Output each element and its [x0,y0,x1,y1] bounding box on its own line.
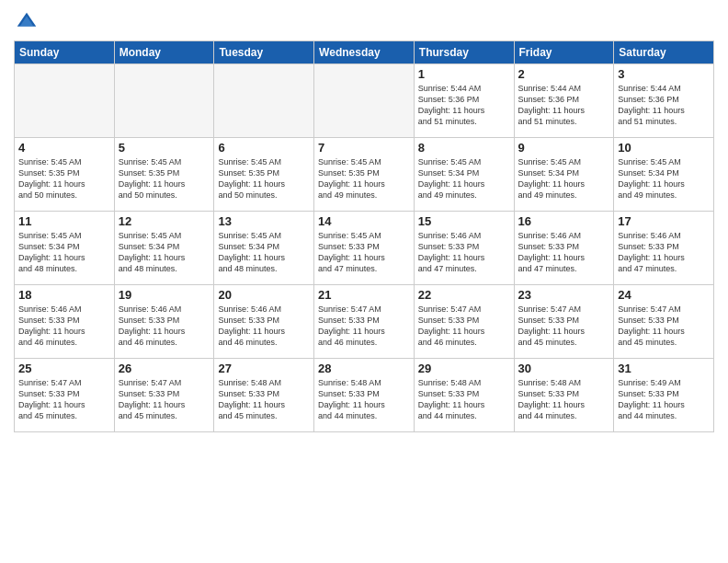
calendar-cell: 24Sunrise: 5:47 AM Sunset: 5:33 PM Dayli… [614,285,714,359]
day-number: 16 [518,214,610,228]
calendar-cell: 26Sunrise: 5:47 AM Sunset: 5:33 PM Dayli… [114,359,214,432]
calendar-cell: 28Sunrise: 5:48 AM Sunset: 5:33 PM Dayli… [314,359,415,432]
day-info: Sunrise: 5:46 AM Sunset: 5:33 PM Dayligh… [418,230,510,275]
calendar-week-3: 11Sunrise: 5:45 AM Sunset: 5:34 PM Dayli… [15,212,714,285]
calendar-cell: 14Sunrise: 5:45 AM Sunset: 5:33 PM Dayli… [314,212,415,285]
day-info: Sunrise: 5:45 AM Sunset: 5:35 PM Dayligh… [119,156,210,201]
day-info: Sunrise: 5:49 AM Sunset: 5:33 PM Dayligh… [618,377,710,422]
calendar-cell: 2Sunrise: 5:44 AM Sunset: 5:36 PM Daylig… [514,64,614,138]
day-number: 11 [18,214,110,228]
day-number: 2 [518,67,610,81]
day-info: Sunrise: 5:46 AM Sunset: 5:33 PM Dayligh… [618,230,710,275]
calendar-cell: 5Sunrise: 5:45 AM Sunset: 5:35 PM Daylig… [114,138,214,212]
calendar-table: SundayMondayTuesdayWednesdayThursdayFrid… [14,40,714,432]
day-info: Sunrise: 5:45 AM Sunset: 5:34 PM Dayligh… [518,156,610,201]
calendar-cell [15,64,115,138]
calendar-cell: 1Sunrise: 5:44 AM Sunset: 5:36 PM Daylig… [414,64,514,138]
calendar-week-5: 25Sunrise: 5:47 AM Sunset: 5:33 PM Dayli… [15,359,714,432]
day-number: 10 [618,141,710,155]
day-number: 5 [119,141,210,155]
calendar-cell: 11Sunrise: 5:45 AM Sunset: 5:34 PM Dayli… [15,212,115,285]
col-header-sunday: Sunday [15,41,115,64]
day-number: 31 [618,362,710,375]
col-header-friday: Friday [514,41,614,64]
day-info: Sunrise: 5:48 AM Sunset: 5:33 PM Dayligh… [318,377,410,422]
day-info: Sunrise: 5:47 AM Sunset: 5:33 PM Dayligh… [518,304,610,349]
calendar-cell: 10Sunrise: 5:45 AM Sunset: 5:34 PM Dayli… [614,138,714,212]
calendar-cell: 25Sunrise: 5:47 AM Sunset: 5:33 PM Dayli… [15,359,115,432]
calendar-cell: 12Sunrise: 5:45 AM Sunset: 5:34 PM Dayli… [114,212,214,285]
day-info: Sunrise: 5:45 AM Sunset: 5:34 PM Dayligh… [18,230,110,275]
calendar-cell: 31Sunrise: 5:49 AM Sunset: 5:33 PM Dayli… [614,359,714,432]
calendar-cell: 27Sunrise: 5:48 AM Sunset: 5:33 PM Dayli… [214,359,314,432]
calendar-cell: 18Sunrise: 5:46 AM Sunset: 5:33 PM Dayli… [15,285,115,359]
day-info: Sunrise: 5:44 AM Sunset: 5:36 PM Dayligh… [618,83,710,128]
day-number: 3 [618,67,710,81]
day-number: 1 [418,67,510,81]
day-number: 27 [218,362,310,375]
calendar-week-4: 18Sunrise: 5:46 AM Sunset: 5:33 PM Dayli… [15,285,714,359]
header [14,9,714,35]
col-header-wednesday: Wednesday [314,41,415,64]
day-number: 14 [318,214,410,228]
day-number: 8 [418,141,510,155]
day-info: Sunrise: 5:47 AM Sunset: 5:33 PM Dayligh… [618,304,710,349]
calendar-cell: 29Sunrise: 5:48 AM Sunset: 5:33 PM Dayli… [414,359,514,432]
day-number: 18 [18,288,110,302]
col-header-tuesday: Tuesday [214,41,314,64]
calendar-week-1: 1Sunrise: 5:44 AM Sunset: 5:36 PM Daylig… [15,64,714,138]
day-number: 9 [518,141,610,155]
day-info: Sunrise: 5:44 AM Sunset: 5:36 PM Dayligh… [418,83,510,128]
day-info: Sunrise: 5:47 AM Sunset: 5:33 PM Dayligh… [119,377,210,422]
day-number: 13 [218,214,310,228]
day-info: Sunrise: 5:45 AM Sunset: 5:35 PM Dayligh… [218,156,310,201]
calendar-cell: 21Sunrise: 5:47 AM Sunset: 5:33 PM Dayli… [314,285,415,359]
day-number: 22 [418,288,510,302]
day-number: 17 [618,214,710,228]
day-info: Sunrise: 5:46 AM Sunset: 5:33 PM Dayligh… [18,304,110,349]
day-info: Sunrise: 5:48 AM Sunset: 5:33 PM Dayligh… [218,377,310,422]
logo [14,9,43,35]
day-info: Sunrise: 5:48 AM Sunset: 5:33 PM Dayligh… [418,377,510,422]
col-header-saturday: Saturday [614,41,714,64]
main-container: SundayMondayTuesdayWednesdayThursdayFrid… [0,0,728,442]
day-info: Sunrise: 5:45 AM Sunset: 5:35 PM Dayligh… [318,156,410,201]
day-info: Sunrise: 5:45 AM Sunset: 5:34 PM Dayligh… [418,156,510,201]
day-number: 23 [518,288,610,302]
day-number: 24 [618,288,710,302]
day-info: Sunrise: 5:45 AM Sunset: 5:33 PM Dayligh… [318,230,410,275]
day-info: Sunrise: 5:44 AM Sunset: 5:36 PM Dayligh… [518,83,610,128]
calendar-cell: 17Sunrise: 5:46 AM Sunset: 5:33 PM Dayli… [614,212,714,285]
day-info: Sunrise: 5:45 AM Sunset: 5:34 PM Dayligh… [618,156,710,201]
calendar-cell: 23Sunrise: 5:47 AM Sunset: 5:33 PM Dayli… [514,285,614,359]
day-info: Sunrise: 5:46 AM Sunset: 5:33 PM Dayligh… [119,304,210,349]
day-number: 7 [318,141,410,155]
calendar-cell [114,64,214,138]
day-info: Sunrise: 5:48 AM Sunset: 5:33 PM Dayligh… [518,377,610,422]
col-header-monday: Monday [114,41,214,64]
day-number: 21 [318,288,410,302]
calendar-cell: 22Sunrise: 5:47 AM Sunset: 5:33 PM Dayli… [414,285,514,359]
calendar-cell: 20Sunrise: 5:46 AM Sunset: 5:33 PM Dayli… [214,285,314,359]
day-info: Sunrise: 5:45 AM Sunset: 5:34 PM Dayligh… [119,230,210,275]
day-info: Sunrise: 5:46 AM Sunset: 5:33 PM Dayligh… [518,230,610,275]
day-number: 15 [418,214,510,228]
calendar-week-2: 4Sunrise: 5:45 AM Sunset: 5:35 PM Daylig… [15,138,714,212]
calendar-cell: 9Sunrise: 5:45 AM Sunset: 5:34 PM Daylig… [514,138,614,212]
calendar-cell: 6Sunrise: 5:45 AM Sunset: 5:35 PM Daylig… [214,138,314,212]
calendar-cell: 7Sunrise: 5:45 AM Sunset: 5:35 PM Daylig… [314,138,415,212]
col-header-thursday: Thursday [414,41,514,64]
calendar-cell: 15Sunrise: 5:46 AM Sunset: 5:33 PM Dayli… [414,212,514,285]
calendar-cell: 4Sunrise: 5:45 AM Sunset: 5:35 PM Daylig… [15,138,115,212]
day-number: 30 [518,362,610,375]
day-number: 29 [418,362,510,375]
calendar-cell: 13Sunrise: 5:45 AM Sunset: 5:34 PM Dayli… [214,212,314,285]
day-info: Sunrise: 5:45 AM Sunset: 5:35 PM Dayligh… [18,156,110,201]
calendar-cell: 16Sunrise: 5:46 AM Sunset: 5:33 PM Dayli… [514,212,614,285]
calendar-cell [214,64,314,138]
day-number: 19 [119,288,210,302]
day-info: Sunrise: 5:45 AM Sunset: 5:34 PM Dayligh… [218,230,310,275]
day-number: 20 [218,288,310,302]
day-info: Sunrise: 5:47 AM Sunset: 5:33 PM Dayligh… [18,377,110,422]
calendar-header-row: SundayMondayTuesdayWednesdayThursdayFrid… [15,41,714,64]
